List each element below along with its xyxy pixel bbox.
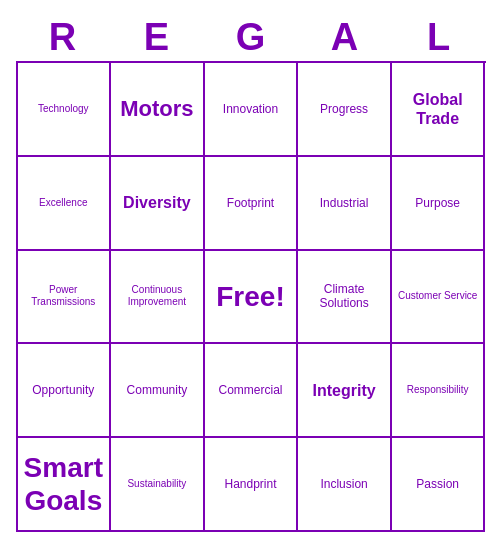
bingo-cell-12: Free! — [205, 251, 299, 345]
bingo-card: REGAL TechnologyMotorsInnovationProgress… — [16, 12, 486, 532]
header-letter-e: E — [113, 16, 201, 59]
cell-text-5: Excellence — [39, 197, 87, 209]
header-letter-l: L — [395, 16, 483, 59]
bingo-cell-16: Community — [111, 344, 205, 438]
cell-text-24: Passion — [416, 477, 459, 491]
cell-text-0: Technology — [38, 103, 89, 115]
bingo-cell-4: Global Trade — [392, 63, 486, 157]
cell-text-8: Industrial — [320, 196, 369, 210]
cell-text-20: Smart Goals — [22, 451, 106, 518]
cell-text-17: Commercial — [218, 383, 282, 397]
cell-text-1: Motors — [120, 96, 193, 122]
cell-text-21: Sustainability — [127, 478, 186, 490]
bingo-cell-11: Continuous Improvement — [111, 251, 205, 345]
bingo-cell-21: Sustainability — [111, 438, 205, 532]
bingo-cell-7: Footprint — [205, 157, 299, 251]
cell-text-14: Customer Service — [398, 290, 477, 302]
bingo-cell-2: Innovation — [205, 63, 299, 157]
cell-text-13: Climate Solutions — [302, 282, 386, 311]
cell-text-18: Integrity — [313, 381, 376, 400]
bingo-cell-20: Smart Goals — [18, 438, 112, 532]
bingo-cell-3: Progress — [298, 63, 392, 157]
bingo-header: REGAL — [16, 12, 486, 61]
bingo-cell-5: Excellence — [18, 157, 112, 251]
bingo-cell-14: Customer Service — [392, 251, 486, 345]
header-letter-a: A — [301, 16, 389, 59]
cell-text-7: Footprint — [227, 196, 274, 210]
cell-text-23: Inclusion — [320, 477, 367, 491]
cell-text-19: Responsibility — [407, 384, 469, 396]
bingo-cell-0: Technology — [18, 63, 112, 157]
bingo-cell-17: Commercial — [205, 344, 299, 438]
bingo-cell-22: Handprint — [205, 438, 299, 532]
cell-text-4: Global Trade — [396, 90, 480, 128]
cell-text-6: Diversity — [123, 193, 191, 212]
bingo-grid: TechnologyMotorsInnovationProgressGlobal… — [16, 61, 486, 532]
bingo-cell-19: Responsibility — [392, 344, 486, 438]
cell-text-2: Innovation — [223, 102, 278, 116]
bingo-cell-13: Climate Solutions — [298, 251, 392, 345]
cell-text-16: Community — [127, 383, 188, 397]
cell-text-3: Progress — [320, 102, 368, 116]
bingo-cell-6: Diversity — [111, 157, 205, 251]
header-letter-g: G — [207, 16, 295, 59]
bingo-cell-9: Purpose — [392, 157, 486, 251]
header-letter-r: R — [19, 16, 107, 59]
cell-text-10: Power Transmissions — [22, 284, 106, 308]
cell-text-15: Opportunity — [32, 383, 94, 397]
cell-text-22: Handprint — [224, 477, 276, 491]
cell-text-12: Free! — [216, 280, 284, 314]
cell-text-9: Purpose — [415, 196, 460, 210]
bingo-cell-1: Motors — [111, 63, 205, 157]
cell-text-11: Continuous Improvement — [115, 284, 199, 308]
bingo-cell-24: Passion — [392, 438, 486, 532]
bingo-cell-10: Power Transmissions — [18, 251, 112, 345]
bingo-cell-23: Inclusion — [298, 438, 392, 532]
bingo-cell-8: Industrial — [298, 157, 392, 251]
bingo-cell-15: Opportunity — [18, 344, 112, 438]
bingo-cell-18: Integrity — [298, 344, 392, 438]
